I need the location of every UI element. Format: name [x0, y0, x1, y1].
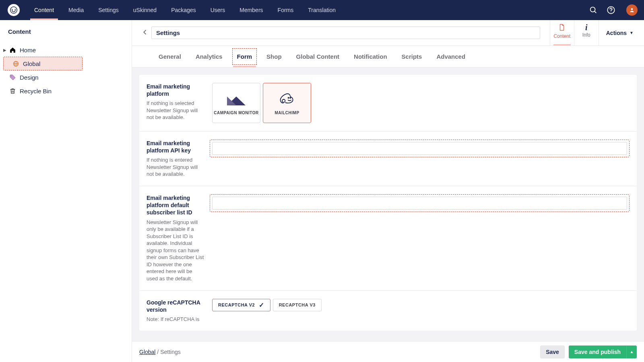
trash-icon: [8, 87, 17, 95]
document-icon: [550, 23, 574, 33]
actions-button[interactable]: Actions ▼: [599, 20, 637, 45]
form-body: Email marketing platform If nothing is s…: [132, 68, 644, 341]
tree-item-home[interactable]: ▶ Home: [0, 43, 132, 57]
tab-shop[interactable]: Shop: [259, 46, 289, 67]
prop-email-platform: Email marketing platform If nothing is s…: [139, 75, 637, 132]
nav-members[interactable]: Members: [232, 0, 270, 20]
chip-recaptcha-v2[interactable]: RECAPTCHA V2 ✓: [212, 299, 270, 311]
nav-uskinned-label: uSkinned: [133, 7, 157, 13]
tab-general[interactable]: General: [151, 46, 188, 67]
mailchimp-icon: [278, 91, 296, 107]
top-nav: Content Media Settings uSkinned Packages…: [0, 0, 644, 20]
tag-icon: [8, 73, 17, 81]
app-info[interactable]: i Info: [574, 20, 599, 45]
highlight-box: [210, 140, 630, 157]
breadcrumb-global[interactable]: Global: [139, 349, 155, 355]
app-content[interactable]: Content: [550, 20, 574, 45]
nav-translation[interactable]: Translation: [301, 0, 343, 20]
nav-content-label: Content: [34, 7, 54, 13]
svg-point-14: [282, 99, 285, 102]
editor-header: Content i Info Actions ▼: [132, 20, 644, 46]
nav-users[interactable]: Users: [203, 0, 233, 20]
tab-analytics[interactable]: Analytics: [188, 46, 230, 67]
save-publish-dropdown[interactable]: ▲: [626, 346, 637, 358]
prop-hint: Note: If reCAPTCHA is: [147, 316, 205, 323]
prop-label: Email marketing platform default subscri…: [147, 194, 205, 216]
breadcrumb-current: Settings: [160, 349, 181, 355]
prop-label: Email marketing platform API key: [147, 140, 205, 154]
nav-members-label: Members: [239, 7, 263, 13]
prop-hint: Newsletter Signup will only be available…: [147, 219, 205, 282]
nav-uskinned[interactable]: uSkinned: [126, 0, 164, 20]
prop-api-key: Email marketing platform API key If noth…: [139, 132, 637, 186]
tree-item-global[interactable]: Global: [3, 57, 83, 70]
prop-label: Email marketing platform: [147, 83, 205, 97]
node-title-input[interactable]: [151, 27, 540, 39]
content-tabs: General Analytics Form Shop Global Conte…: [132, 46, 644, 68]
nav-media-label: Media: [68, 7, 84, 13]
globe-icon: [12, 60, 20, 68]
help-icon[interactable]: [602, 0, 620, 20]
tree-item-recycle-bin[interactable]: Recycle Bin: [0, 84, 132, 98]
nav-settings-label: Settings: [98, 7, 119, 13]
save-publish-button[interactable]: Save and publish: [569, 346, 626, 358]
home-icon: [8, 46, 17, 54]
tab-global-content[interactable]: Global Content: [289, 46, 347, 67]
tree-label: Global: [23, 60, 40, 67]
nav-forms[interactable]: Forms: [270, 0, 301, 20]
tree-section-title: Content: [0, 28, 132, 43]
back-button[interactable]: [139, 27, 151, 45]
tree-label: Home: [20, 47, 36, 53]
list-id-input[interactable]: [212, 197, 627, 210]
tree-label: Recycle Bin: [20, 88, 52, 95]
caret-up-icon: ▲: [630, 350, 634, 354]
form-panel: Email marketing platform If nothing is s…: [139, 75, 637, 331]
actions-label: Actions: [606, 30, 627, 36]
chip-label: RECAPTCHA V3: [279, 302, 316, 307]
nav-forms-label: Forms: [278, 7, 294, 13]
breadcrumb: Global / Settings: [139, 349, 181, 355]
content-tree: Content ▶ Home Global Design: [0, 20, 132, 362]
platform-card-mailchimp[interactable]: MAILCHIMP: [263, 83, 311, 123]
svg-point-13: [290, 97, 291, 98]
tab-notification[interactable]: Notification: [347, 46, 394, 67]
campaign-monitor-icon: [227, 91, 246, 107]
nav-settings[interactable]: Settings: [91, 0, 126, 20]
editor-apps: Content i Info: [550, 20, 599, 45]
tree-label: Design: [20, 74, 39, 81]
caret-icon[interactable]: ▶: [3, 48, 8, 52]
nav-content[interactable]: Content: [27, 0, 61, 20]
chip-recaptcha-v3[interactable]: RECAPTCHA V3: [273, 299, 322, 311]
caret-down-icon: ▼: [630, 31, 634, 35]
svg-point-0: [10, 7, 17, 14]
tab-advanced[interactable]: Advanced: [429, 46, 473, 67]
prop-hint: If nothing is selected Newsletter Signup…: [147, 100, 205, 121]
tab-scripts[interactable]: Scripts: [394, 46, 429, 67]
umbraco-logo[interactable]: [8, 4, 20, 16]
svg-point-12: [288, 97, 289, 98]
recaptcha-options: RECAPTCHA V2 ✓ RECAPTCHA V3: [212, 299, 630, 311]
prop-label: Google reCAPTCHA version: [147, 299, 205, 313]
nav-media[interactable]: Media: [61, 0, 91, 20]
chip-label: RECAPTCHA V2: [218, 302, 255, 307]
editor: Content i Info Actions ▼ General Analyti…: [132, 20, 644, 362]
check-icon: ✓: [259, 301, 264, 309]
nav-packages[interactable]: Packages: [164, 0, 203, 20]
editor-footer: Global / Settings Save Save and publish …: [132, 341, 644, 362]
tree-item-design[interactable]: Design: [0, 70, 132, 84]
svg-point-9: [11, 76, 12, 76]
api-key-input[interactable]: [212, 142, 627, 155]
search-icon[interactable]: [584, 0, 602, 20]
save-button[interactable]: Save: [540, 346, 565, 358]
card-label: MAILCHIMP: [275, 111, 299, 115]
nav-packages-label: Packages: [171, 7, 196, 13]
app-label: Content: [550, 33, 574, 39]
tab-form[interactable]: Form: [230, 46, 260, 67]
user-avatar[interactable]: [626, 4, 638, 16]
app-label: Info: [574, 32, 599, 38]
platform-options: CAMPAIGN MONITOR MAILCHIMP: [212, 83, 630, 123]
svg-point-5: [631, 8, 633, 10]
card-label: CAMPAIGN MONITOR: [214, 111, 259, 115]
info-icon: i: [574, 23, 599, 31]
platform-card-campaign-monitor[interactable]: CAMPAIGN MONITOR: [212, 83, 260, 123]
